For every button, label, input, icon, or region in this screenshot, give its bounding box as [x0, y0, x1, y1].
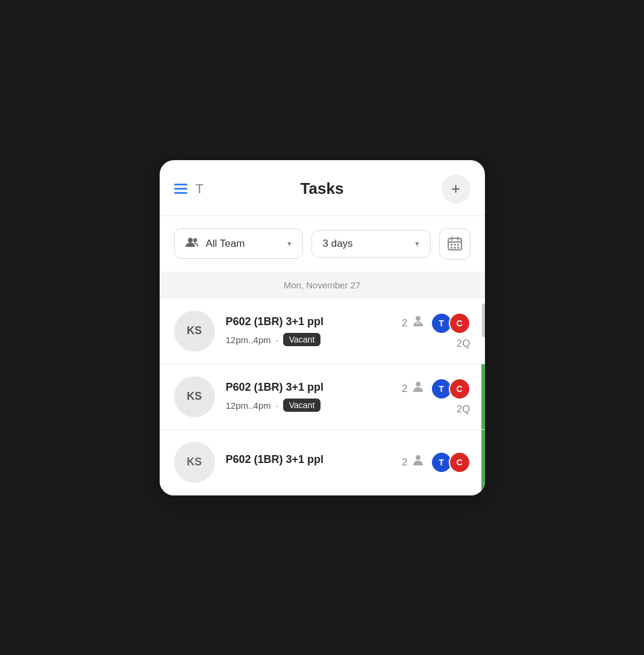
avatar: KS: [174, 311, 215, 352]
separator: ·: [276, 335, 278, 345]
task-count: 2: [402, 317, 407, 329]
member-avatars: T C: [431, 378, 470, 400]
date-header: Mon, November 27: [174, 280, 470, 290]
member-avatar-c: C: [449, 378, 470, 400]
date-header-section: Mon, November 27: [160, 272, 485, 299]
header-t-label: T: [196, 181, 204, 197]
calendar-icon: [447, 236, 463, 252]
task-meta: 2 T C 2Q: [402, 378, 470, 415]
task-row[interactable]: KS P602 (1BR) 3+1 ppl 12pm..4pm · Vacant…: [160, 364, 485, 430]
member-avatars: T C: [431, 452, 470, 473]
scrollbar-area: [482, 299, 485, 364]
task-info: P602 (1BR) 3+1 ppl 12pm..4pm · Vacant: [226, 315, 393, 346]
task-time-row: 12pm..4pm · Vacant: [226, 333, 393, 346]
task-count: 2: [402, 456, 407, 468]
scrollbar-thumb: [482, 303, 485, 337]
task-meta-top: 2 T C: [402, 312, 470, 334]
task-meta-top: 2 T C: [402, 378, 470, 400]
task-count: 2: [402, 383, 407, 395]
task-title: P602 (1BR) 3+1 ppl: [226, 453, 393, 466]
task-time-row: 12pm..4pm · Vacant: [226, 399, 393, 412]
days-chevron-icon: ▾: [415, 239, 419, 248]
svg-rect-6: [451, 244, 452, 246]
member-avatars: T C: [431, 312, 470, 334]
svg-rect-11: [457, 247, 459, 249]
person-icon: [411, 454, 425, 470]
task-qty: 2Q: [457, 338, 470, 350]
menu-icon[interactable]: [174, 184, 187, 194]
person-icon: [411, 315, 425, 331]
svg-point-1: [193, 238, 196, 242]
team-icon: [186, 236, 200, 251]
task-qty: 2Q: [457, 403, 470, 415]
person-icon: [411, 380, 425, 397]
days-filter-dropdown[interactable]: 3 days ▾: [311, 230, 431, 258]
task-meta-top: 2 T C: [402, 452, 470, 473]
header: T Tasks +: [160, 160, 485, 216]
task-info: P602 (1BR) 3+1 ppl 12pm..4pm · Vacant: [226, 381, 393, 412]
team-filter-label: All Team: [206, 238, 245, 250]
page-title: Tasks: [301, 179, 344, 198]
calendar-button[interactable]: [439, 228, 470, 259]
avatar: KS: [174, 376, 215, 417]
svg-rect-7: [454, 244, 455, 246]
add-button[interactable]: +: [442, 175, 470, 203]
task-info: P602 (1BR) 3+1 ppl: [226, 453, 393, 471]
member-avatar-c: C: [449, 452, 470, 473]
task-time: 12pm..4pm: [226, 400, 271, 411]
avatar: KS: [174, 442, 215, 483]
task-title: P602 (1BR) 3+1 ppl: [226, 381, 393, 394]
filters-bar: All Team ▾ 3 days ▾: [160, 216, 485, 272]
task-time: 12pm..4pm: [226, 335, 271, 345]
task-row[interactable]: KS P602 (1BR) 3+1 ppl 2 T C: [160, 430, 485, 495]
task-title: P602 (1BR) 3+1 ppl: [226, 315, 393, 328]
svg-rect-9: [451, 247, 452, 249]
svg-point-14: [416, 382, 420, 386]
header-left: T: [174, 181, 204, 197]
task-row[interactable]: KS P602 (1BR) 3+1 ppl 12pm..4pm · Vacant…: [160, 299, 485, 364]
team-filter-dropdown[interactable]: All Team ▾: [174, 228, 303, 259]
task-meta: 2 T C: [402, 452, 470, 473]
app-card: T Tasks + All Team ▾ 3 days ▾: [160, 160, 485, 495]
svg-point-12: [416, 316, 420, 321]
days-filter-label: 3 days: [323, 238, 353, 250]
separator: ·: [276, 400, 278, 411]
task-meta: 2 T C 2Q: [402, 312, 470, 350]
svg-point-0: [188, 238, 193, 243]
svg-rect-8: [457, 244, 459, 246]
team-chevron-icon: ▾: [287, 239, 292, 248]
svg-point-15: [416, 455, 420, 460]
member-avatar-c: C: [449, 312, 470, 334]
vacant-badge: Vacant: [283, 399, 321, 412]
vacant-badge: Vacant: [283, 333, 321, 346]
svg-rect-10: [454, 247, 455, 249]
